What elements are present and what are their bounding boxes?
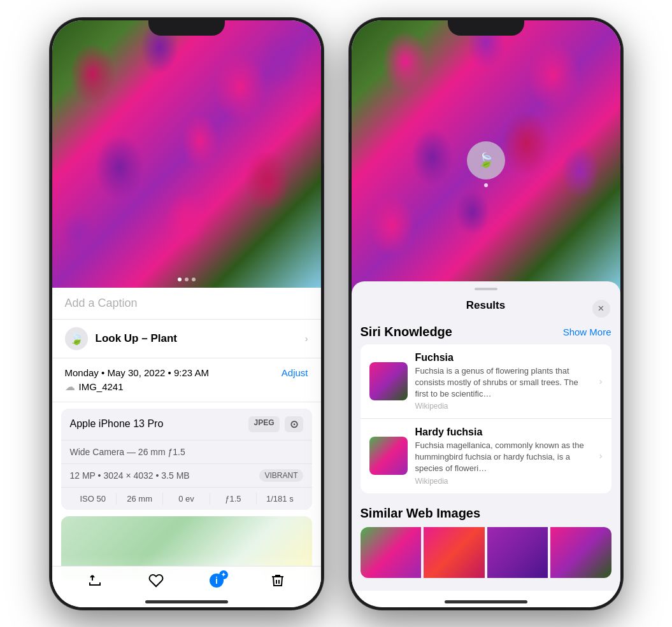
home-indicator-right [445,600,527,603]
dot-3 [192,278,196,281]
show-more-button[interactable]: Show More [563,327,611,337]
filename: IMG_4241 [79,381,124,392]
fuchsia-source: Wikipedia [415,402,592,411]
knowledge-card: Fuchsia Fuchsia is a genus of flowering … [361,344,611,493]
similar-image-2[interactable] [424,527,485,578]
exif-focal: 26 mm [117,493,163,505]
caption-placeholder[interactable]: Add a Caption [65,297,138,309]
lookup-bold: Look Up – [96,332,148,344]
main-container: Add a Caption 🍃 Look Up – Plant › Monday… [37,5,636,623]
adjust-button[interactable]: Adjust [282,367,308,378]
hardy-fuchsia-item[interactable]: Hardy fuchsia Fuchsia magellanica, commo… [361,419,611,493]
home-indicator-left [145,600,228,603]
right-phone: 🍃 Results ✕ Siri Knowledge [349,18,623,610]
right-notch [448,18,524,36]
similar-image-4[interactable] [550,527,611,578]
hardy-fuchsia-chevron: › [599,451,603,461]
siri-dot [484,183,488,187]
results-panel: Results ✕ Siri Knowledge Show More [352,281,620,591]
results-title: Results [466,299,505,312]
hardy-fuchsia-source: Wikipedia [415,477,592,486]
left-phone-screen: Add a Caption 🍃 Look Up – Plant › Monday… [52,20,321,607]
meta-section: Monday • May 30, 2022 • 9:23 AM Adjust ☁… [52,358,321,402]
similar-section: Similar Web Images [352,500,620,591]
results-header: Results ✕ [352,290,620,318]
siri-knowledge-section: Siri Knowledge Show More Fuchsia Fuchsia… [352,318,620,500]
mp-info: 12 MP • 3024 × 4032 • 3.5 MB [70,470,190,481]
dot-1 [178,278,182,281]
date-row: Monday • May 30, 2022 • 9:23 AM Adjust [65,367,308,378]
similar-image-3[interactable] [487,527,548,578]
caption-area[interactable]: Add a Caption [52,288,321,320]
power-button[interactable] [323,120,324,164]
photo-date: Monday • May 30, 2022 • 9:23 AM [65,367,209,378]
device-name: Apple iPhone 13 Pro [70,418,164,430]
geo-badge: ⊙ [285,416,303,432]
exif-ev: 0 ev [163,493,210,505]
camera-row: Wide Camera — 26 mm ƒ1.5 [61,440,312,464]
lookup-icon: 🍃 [65,327,88,350]
siri-knowledge-header: Siri Knowledge Show More [361,318,611,344]
volume-down-button[interactable] [50,142,50,180]
fuchsia-description: Fuchsia is a genus of flowering plants t… [415,365,592,400]
info-badge: ✦ [219,570,228,579]
exif-shutter: 1/181 s [257,493,303,505]
volume-up-button[interactable] [50,107,50,132]
similar-images-row [361,527,611,578]
jpeg-badge: JPEG [248,416,279,432]
device-section: Apple iPhone 13 Pro JPEG ⊙ Wide Camera —… [61,409,312,510]
device-badges: JPEG ⊙ [248,416,303,432]
results-close-button[interactable]: ✕ [592,300,610,318]
mp-row: 12 MP • 3024 × 4032 • 3.5 MB VIBRANT [61,464,312,487]
left-phone: Add a Caption 🍃 Look Up – Plant › Monday… [50,18,324,610]
dot-2 [185,278,189,281]
mute-button[interactable] [50,81,50,101]
exif-row: ISO 50 26 mm 0 ev ƒ1.5 1/181 s [61,487,312,510]
hardy-fuchsia-thumbnail [369,437,408,475]
siri-visual-intelligence-button[interactable]: 🍃 [467,141,505,180]
hardy-fuchsia-name: Hardy fuchsia [415,426,592,438]
exif-iso: ISO 50 [70,493,117,505]
photo-dots [178,278,196,281]
favorite-button[interactable] [148,573,164,588]
bottom-toolbar: i ✦ [52,566,321,595]
lookup-chevron: › [305,334,308,344]
siri-knowledge-title: Siri Knowledge [361,325,452,339]
right-volume-down-button[interactable] [349,142,350,180]
camera-info: Wide Camera — 26 mm ƒ1.5 [70,447,185,457]
hardy-fuchsia-description: Fuchsia magellanica, commonly known as t… [415,440,592,475]
lookup-regular: Plant [150,332,177,344]
right-phone-screen: 🍃 Results ✕ Siri Knowledge [352,20,620,607]
exif-aperture: ƒ1.5 [210,493,257,505]
right-power-button[interactable] [622,120,623,164]
right-volume-up-button[interactable] [349,107,350,132]
fuchsia-item[interactable]: Fuchsia Fuchsia is a genus of flowering … [361,344,611,419]
vibrant-badge: VIBRANT [259,469,303,482]
fuchsia-thumbnail [369,362,408,400]
flower-photo-left [52,20,321,288]
flower-photo-right: 🍃 [352,20,620,294]
left-content-area: Add a Caption 🍃 Look Up – Plant › Monday… [52,288,321,607]
svg-text:i: i [215,575,218,586]
fuchsia-info: Fuchsia Fuchsia is a genus of flowering … [415,352,592,411]
notch [148,18,225,36]
lookup-row[interactable]: 🍃 Look Up – Plant › [52,320,321,358]
fuchsia-name: Fuchsia [415,352,592,363]
delete-button[interactable] [270,573,285,588]
filename-row: ☁ IMG_4241 [65,381,308,393]
similar-image-1[interactable] [361,527,422,578]
cloud-icon: ☁ [65,381,75,393]
info-button[interactable]: i ✦ [209,573,224,588]
close-icon: ✕ [597,304,604,313]
share-button[interactable] [87,573,103,588]
right-mute-button[interactable] [349,81,350,101]
hardy-fuchsia-info: Hardy fuchsia Fuchsia magellanica, commo… [415,426,592,486]
lookup-label: Look Up – Plant [96,332,177,345]
similar-web-title: Similar Web Images [361,500,611,527]
device-header: Apple iPhone 13 Pro JPEG ⊙ [61,409,312,440]
fuchsia-chevron: › [599,376,603,386]
